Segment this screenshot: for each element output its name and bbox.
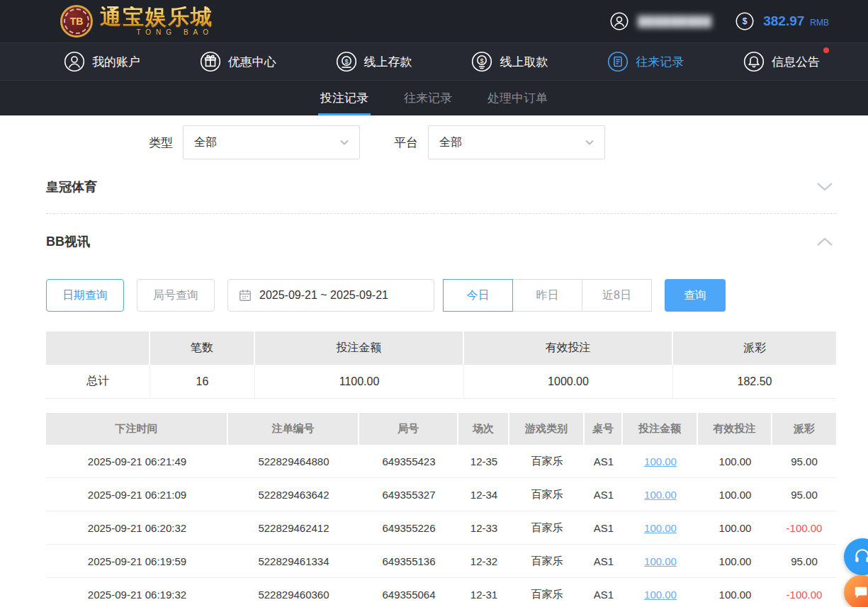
round-cell: 649355136 — [359, 545, 458, 578]
table-no-cell: AS1 — [585, 445, 623, 478]
button-label: 今日 — [467, 288, 490, 303]
round-query-button[interactable]: 局号查询 — [137, 279, 215, 312]
valid-bet-cell: 100.00 — [698, 511, 772, 545]
col-header-valid-bet: 有效投注 — [698, 413, 772, 445]
records-tabbar: 投注记录 往来记录 处理中订单 — [0, 80, 868, 115]
bet-amount-link[interactable]: 100.00 — [623, 545, 698, 578]
date-range-value: 2025-09-21 ~ 2025-09-21 — [259, 289, 388, 302]
type-filter-value: 全部 — [194, 135, 217, 150]
coin-icon: $ — [735, 12, 754, 30]
date-query-button[interactable]: 日期查询 — [46, 279, 124, 312]
summary-header-bet: 投注金额 — [255, 331, 464, 365]
chat-bubble-icon — [853, 584, 868, 600]
nav-label: 优惠中心 — [228, 54, 276, 70]
section-crown-sports: 皇冠体育 — [46, 159, 836, 214]
yesterday-button[interactable]: 昨日 — [512, 279, 582, 312]
chevron-down-icon — [816, 182, 833, 192]
platform-filter-value: 全部 — [439, 135, 462, 150]
nav-item-my-account[interactable]: 我的账户 — [64, 51, 140, 72]
brand-subtitle: TONG BAO — [100, 28, 213, 36]
brand-name: 通宝娱乐城 — [100, 6, 213, 28]
col-header-bet-id: 注单编号 — [228, 413, 359, 445]
bet-amount-link[interactable]: 100.00 — [623, 445, 698, 478]
payout-cell: 95.00 — [772, 445, 836, 478]
nav-item-withdrawal[interactable]: $ 线上取款 — [471, 51, 548, 72]
tab-processing-orders[interactable]: 处理中订单 — [485, 81, 550, 115]
tab-label: 处理中订单 — [487, 90, 548, 106]
nav-item-announcements[interactable]: 信息公告 — [743, 51, 820, 72]
summary-header-count: 笔数 — [150, 331, 255, 365]
balance-currency: RMB — [810, 18, 829, 28]
tab-transaction-records[interactable]: 往来记录 — [402, 81, 454, 115]
game-type-cell: 百家乐 — [509, 578, 585, 607]
session-cell: 12-33 — [458, 511, 509, 545]
today-button[interactable]: 今日 — [443, 279, 513, 312]
nav-label: 线上存款 — [364, 54, 412, 70]
collapse-section-button[interactable] — [813, 234, 836, 249]
button-label: 近8日 — [602, 288, 631, 303]
game-type-cell: 百家乐 — [509, 545, 585, 578]
table-no-cell: AS1 — [585, 578, 623, 607]
svg-text:$: $ — [344, 58, 348, 65]
summary-valid-value: 1000.00 — [464, 365, 673, 399]
bet-time-cell: 2025-09-21 06:19:59 — [46, 545, 228, 578]
valid-bet-cell: 100.00 — [698, 478, 772, 511]
summary-table: 笔数 投注金额 有效投注 派彩 总计 16 1100.00 1000.00 18… — [46, 331, 836, 399]
game-type-cell: 百家乐 — [509, 511, 585, 545]
summary-total-label: 总计 — [46, 365, 150, 399]
type-filter-select[interactable]: 全部 — [183, 125, 360, 159]
nav-item-records[interactable]: 往来记录 — [607, 51, 684, 72]
round-cell: 649355226 — [359, 511, 458, 545]
headset-icon — [853, 548, 868, 566]
date-range-picker[interactable]: 2025-09-21 ~ 2025-09-21 — [227, 279, 434, 312]
quick-range-group: 今日 昨日 近8日 — [443, 279, 652, 312]
deposit-icon: $ — [336, 51, 357, 72]
payout-cell: 95.00 — [772, 545, 836, 578]
payout-cell: 95.00 — [772, 478, 836, 511]
last-8-days-button[interactable]: 近8日 — [582, 279, 652, 312]
round-cell: 649355064 — [359, 578, 458, 607]
col-header-round: 局号 — [359, 413, 458, 445]
svg-text:$: $ — [480, 57, 484, 64]
brand-logo[interactable]: TB 通宝娱乐城 TONG BAO — [60, 5, 213, 38]
bet-records-table: 下注时间 注单编号 局号 场次 游戏类别 桌号 投注金额 有效投注 派彩 202… — [46, 413, 836, 607]
brand-badge-text: TB — [70, 16, 84, 27]
withdraw-icon: $ — [471, 51, 492, 72]
svg-text:$: $ — [743, 16, 748, 26]
user-icon[interactable] — [610, 12, 629, 30]
bet-time-cell: 2025-09-21 06:21:49 — [46, 445, 228, 478]
session-cell: 12-35 — [458, 445, 509, 478]
round-cell: 649355327 — [359, 478, 458, 511]
tab-label: 往来记录 — [404, 90, 452, 106]
round-cell: 649355423 — [359, 445, 458, 478]
col-header-game-type: 游戏类别 — [509, 413, 585, 445]
balance-amount[interactable]: 382.97 — [763, 13, 804, 29]
account-icon — [64, 51, 85, 72]
chevron-up-icon — [816, 237, 833, 246]
platform-filter-select[interactable]: 全部 — [428, 125, 605, 159]
nav-label: 我的账户 — [92, 54, 140, 70]
nav-item-promotions[interactable]: 优惠中心 — [200, 51, 276, 72]
bet-time-cell: 2025-09-21 06:19:32 — [46, 578, 228, 607]
search-button[interactable]: 查询 — [665, 279, 726, 312]
platform-filter-label: 平台 — [394, 135, 418, 151]
valid-bet-cell: 100.00 — [698, 545, 772, 578]
nav-label: 信息公告 — [772, 54, 820, 70]
session-cell: 12-34 — [458, 478, 509, 511]
expand-section-button[interactable] — [813, 179, 836, 195]
tab-bet-records[interactable]: 投注记录 — [318, 81, 371, 115]
bet-amount-link[interactable]: 100.00 — [623, 578, 698, 607]
bet-time-cell: 2025-09-21 06:20:32 — [46, 511, 228, 545]
bet-amount-link[interactable]: 100.00 — [623, 478, 698, 511]
col-header-time: 下注时间 — [46, 413, 228, 445]
nav-item-deposit[interactable]: $ 线上存款 — [336, 51, 412, 72]
gift-icon — [200, 51, 221, 72]
bet-amount-link[interactable]: 100.00 — [623, 511, 698, 545]
bet-id-cell: 522829464880 — [228, 445, 359, 478]
chevron-down-icon — [585, 140, 594, 145]
type-filter-label: 类型 — [149, 135, 173, 151]
records-icon — [607, 51, 629, 72]
nav-label: 线上取款 — [500, 54, 548, 70]
session-cell: 12-31 — [458, 578, 509, 607]
query-bar: 日期查询 局号查询 2025-09-21 ~ 2025-09-21 今日 昨日 … — [46, 279, 836, 312]
